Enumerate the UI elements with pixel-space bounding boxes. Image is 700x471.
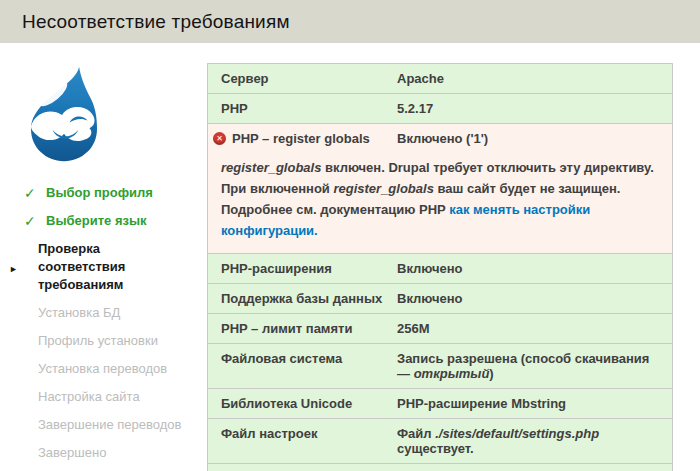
requirement-name: ✕ PHP – register globals (208, 124, 397, 153)
requirement-value: 256M (397, 314, 672, 343)
step-label: Настройка сайта (38, 389, 140, 404)
table-row-register-globals-error: ✕ PHP – register globals Включено ('1') … (208, 124, 672, 254)
step-choose-profile: ✓ Выбор профиля (0, 184, 207, 202)
step-configure-site: Настройка сайта (0, 388, 207, 406)
requirement-value: Включено (397, 254, 672, 283)
requirement-name: Библиотека Unicode (208, 389, 397, 418)
check-icon: ✓ (24, 184, 36, 202)
step-verify-requirements: ► Проверка соответствия требованиям (0, 240, 160, 294)
requirement-value: Включено ('1') (397, 124, 672, 153)
requirement-value: Включено (397, 284, 672, 313)
requirement-value: Запись разрешена. (397, 464, 672, 471)
requirements-report: Сервер Apache PHP 5.2.17 ✕ PHP – registe… (207, 63, 673, 471)
requirements-table: Сервер Apache PHP 5.2.17 ✕ PHP – registe… (207, 63, 673, 471)
requirement-value: PHP-расширение Mbstring (397, 389, 672, 418)
step-choose-language: ✓ Выберите язык (0, 212, 207, 230)
step-setup-database: Установка БД (0, 304, 207, 322)
table-row-settings-file-writable: Файл настроек Запись разрешена. (208, 464, 672, 471)
requirement-name: PHP (208, 94, 397, 123)
step-finish-translations: Завершение переводов (0, 416, 207, 434)
requirement-name: Файловая система (208, 344, 397, 388)
page-header: Несоответствие требованиям (0, 0, 700, 43)
table-row-file-system: Файловая система Запись разрешена (спосо… (208, 344, 672, 389)
code-term: открытый (414, 366, 490, 381)
step-label: Завершение переводов (38, 417, 181, 432)
step-label: Установка БД (38, 305, 120, 320)
table-row-memory-limit: PHP – лимит памяти 256M (208, 314, 672, 344)
current-step-arrow-icon: ► (9, 260, 18, 278)
requirement-name: Файл настроек (208, 419, 397, 463)
step-label: Выбор профиля (46, 185, 153, 200)
step-label: Выберите язык (46, 213, 147, 228)
requirement-name: PHP – лимит памяти (208, 314, 397, 343)
requirement-value: Запись разрешена (способ скачивания — от… (397, 344, 672, 388)
code-term: register_globals (333, 181, 433, 196)
table-row-php-extensions: PHP-расширения Включено (208, 254, 672, 284)
step-label: Проверка соответствия требованиям (38, 241, 125, 292)
table-row-settings-file-exists: Файл настроек Файл ./sites/default/setti… (208, 419, 672, 464)
step-install-profile: Профиль установки (0, 332, 207, 350)
drupal-logo-icon (20, 64, 108, 164)
requirement-name: PHP-расширения (208, 254, 397, 283)
requirement-name: Поддержка базы данных (208, 284, 397, 313)
table-row-unicode-library: Библиотека Unicode PHP-расширение Mbstri… (208, 389, 672, 419)
error-description: register_globals включен. Drupal требует… (208, 153, 672, 253)
requirement-value: Apache (397, 64, 672, 93)
step-finished: Завершено (0, 444, 207, 462)
file-path: ./sites/default/settings.php (435, 426, 599, 441)
table-row-server: Сервер Apache (208, 64, 672, 94)
error-icon: ✕ (213, 132, 226, 145)
install-page: Несоответствие требованиям ✓ Выбор профи… (0, 0, 700, 471)
step-label: Профиль установки (38, 333, 158, 348)
code-term: register_globals (221, 160, 321, 175)
requirement-name: Сервер (208, 64, 397, 93)
requirement-value: Файл ./sites/default/settings.php сущест… (397, 419, 672, 463)
table-row-database-support: Поддержка базы данных Включено (208, 284, 672, 314)
requirement-name: Файл настроек (208, 464, 397, 471)
check-icon: ✓ (24, 212, 36, 230)
step-label: Установка переводов (38, 361, 167, 376)
step-install-translations: Установка переводов (0, 360, 207, 378)
install-steps: ✓ Выбор профиля ✓ Выберите язык ► Провер… (0, 184, 207, 462)
requirement-name-text: PHP – register globals (232, 131, 370, 146)
step-label: Завершено (38, 445, 106, 460)
page-title: Несоответствие требованиям (22, 11, 290, 33)
install-sidebar: ✓ Выбор профиля ✓ Выберите язык ► Провер… (0, 43, 207, 471)
requirement-value: 5.2.17 (397, 94, 672, 123)
table-row-php: PHP 5.2.17 (208, 94, 672, 124)
